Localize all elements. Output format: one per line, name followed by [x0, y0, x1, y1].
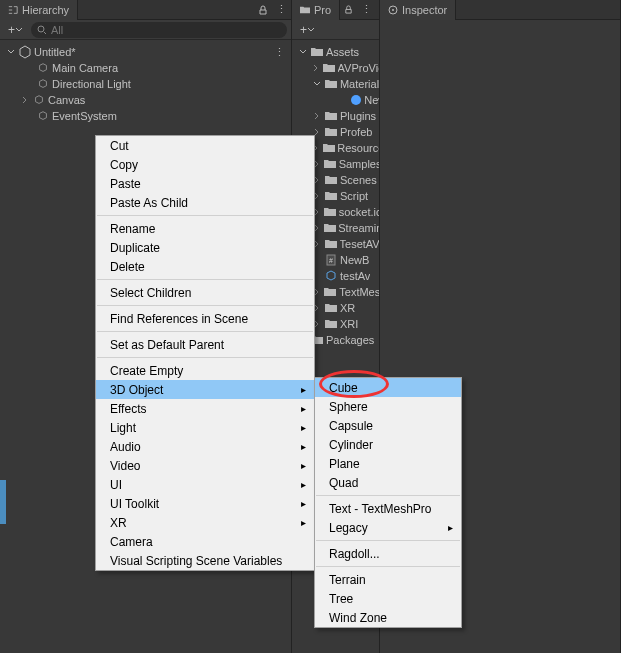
asset-label: socket.ic	[339, 206, 379, 218]
hierarchy-context-menu: CutCopyPastePaste As ChildRenameDuplicat…	[95, 135, 315, 571]
project-item[interactable]: AVProVic	[292, 60, 379, 76]
hierarchy-icon	[8, 5, 18, 15]
asset-icon	[323, 221, 336, 235]
submenu-item-cube[interactable]: Cube	[315, 378, 461, 397]
project-item[interactable]: Material	[292, 76, 379, 92]
submenu-item-text-textmeshpro[interactable]: Text - TextMeshPro	[315, 499, 461, 518]
asset-label: Profeb	[340, 126, 372, 138]
menu-item-delete[interactable]: Delete	[96, 257, 314, 276]
menu-separator	[97, 305, 313, 306]
chevron-down-icon	[307, 26, 315, 34]
hierarchy-item-label: Main Camera	[52, 62, 118, 74]
gameobject-icon	[36, 109, 50, 123]
asset-icon	[323, 61, 336, 75]
asset-label: Resource	[337, 142, 379, 154]
menu-item-audio[interactable]: Audio▸	[96, 437, 314, 456]
menu-item-paste-as-child[interactable]: Paste As Child	[96, 193, 314, 212]
hierarchy-tab-label: Hierarchy	[22, 4, 69, 16]
inspector-tab[interactable]: Inspector	[380, 0, 456, 20]
project-item[interactable]: Plugins	[292, 108, 379, 124]
menu-item-set-as-default-parent[interactable]: Set as Default Parent	[96, 335, 314, 354]
asset-icon	[324, 269, 338, 283]
project-lock-icon[interactable]	[340, 5, 357, 14]
assets-root[interactable]: Assets	[292, 44, 379, 60]
expand-icon[interactable]	[312, 79, 322, 89]
submenu-item-quad[interactable]: Quad	[315, 473, 461, 492]
submenu-item-wind-zone[interactable]: Wind Zone	[315, 608, 461, 627]
gameobject-icon	[36, 77, 50, 91]
svg-text:#: #	[329, 257, 333, 264]
asset-icon	[324, 189, 338, 203]
asset-label: Samples	[339, 158, 379, 170]
hierarchy-item[interactable]: EventSystem	[0, 108, 291, 124]
menu-item-3d-object[interactable]: 3D Object▸	[96, 380, 314, 399]
asset-label: NewB	[340, 254, 369, 266]
inspector-tab-row: Inspector	[380, 0, 620, 20]
scene-label: Untitled*	[34, 46, 76, 58]
expand-icon[interactable]	[312, 111, 322, 121]
expand-icon[interactable]	[312, 63, 321, 73]
hierarchy-lock-icon[interactable]	[254, 5, 272, 15]
project-menu-icon[interactable]: ⋮	[357, 3, 376, 16]
asset-icon: #	[324, 253, 338, 267]
submenu-item-capsule[interactable]: Capsule	[315, 416, 461, 435]
menu-separator	[97, 357, 313, 358]
asset-label: TesetAV	[340, 238, 379, 250]
selection-edge	[0, 480, 6, 524]
menu-item-select-children[interactable]: Select Children	[96, 283, 314, 302]
svg-point-5	[392, 9, 394, 11]
expand-icon[interactable]	[344, 95, 348, 105]
hierarchy-item[interactable]: Directional Light	[0, 76, 291, 92]
asset-label: Plugins	[340, 110, 376, 122]
scene-more-icon[interactable]: ⋮	[274, 46, 291, 59]
hierarchy-tab[interactable]: Hierarchy	[0, 0, 78, 20]
hierarchy-item[interactable]: Main Camera	[0, 60, 291, 76]
menu-item-ui[interactable]: UI▸	[96, 475, 314, 494]
asset-icon	[324, 173, 338, 187]
asset-label: Streamin	[338, 222, 379, 234]
asset-icon	[324, 285, 338, 299]
create-dropdown[interactable]: +	[4, 23, 27, 37]
packages-label: Packages	[326, 334, 374, 346]
hierarchy-search[interactable]	[31, 22, 287, 38]
scene-row[interactable]: Untitled* ⋮	[0, 44, 291, 60]
menu-item-ui-toolkit[interactable]: UI Toolkit▸	[96, 494, 314, 513]
menu-item-xr[interactable]: XR▸	[96, 513, 314, 532]
chevron-right-icon[interactable]	[20, 95, 30, 105]
menu-item-video[interactable]: Video▸	[96, 456, 314, 475]
menu-separator	[316, 495, 460, 496]
hierarchy-menu-icon[interactable]: ⋮	[272, 3, 291, 16]
menu-item-create-empty[interactable]: Create Empty	[96, 361, 314, 380]
project-item[interactable]: New M	[292, 92, 379, 108]
submenu-item-ragdoll-[interactable]: Ragdoll...	[315, 544, 461, 563]
submenu-item-cylinder[interactable]: Cylinder	[315, 435, 461, 454]
project-tab-label: Pro	[314, 4, 331, 16]
hierarchy-item[interactable]: Canvas	[0, 92, 291, 108]
menu-item-cut[interactable]: Cut	[96, 136, 314, 155]
submenu-item-legacy[interactable]: Legacy▸	[315, 518, 461, 537]
menu-item-camera[interactable]: Camera	[96, 532, 314, 551]
chevron-right-icon: ▸	[301, 460, 306, 471]
asset-icon	[324, 125, 338, 139]
submenu-item-sphere[interactable]: Sphere	[315, 397, 461, 416]
menu-item-copy[interactable]: Copy	[96, 155, 314, 174]
asset-icon	[324, 109, 338, 123]
menu-item-light[interactable]: Light▸	[96, 418, 314, 437]
menu-item-find-references-in-scene[interactable]: Find References in Scene	[96, 309, 314, 328]
menu-item-duplicate[interactable]: Duplicate	[96, 238, 314, 257]
hierarchy-search-input[interactable]	[51, 24, 281, 36]
chevron-down-icon[interactable]	[6, 47, 16, 57]
submenu-item-tree[interactable]: Tree	[315, 589, 461, 608]
asset-label: TextMes	[339, 286, 379, 298]
menu-item-rename[interactable]: Rename	[96, 219, 314, 238]
hierarchy-tree: Untitled* ⋮ Main Camera Directional Ligh…	[0, 40, 291, 128]
chevron-down-icon[interactable]	[298, 47, 308, 57]
project-tab[interactable]: Pro	[292, 0, 340, 20]
menu-item-visual-scripting-scene-variables[interactable]: Visual Scripting Scene Variables	[96, 551, 314, 570]
submenu-item-terrain[interactable]: Terrain	[315, 570, 461, 589]
submenu-item-plane[interactable]: Plane	[315, 454, 461, 473]
menu-item-effects[interactable]: Effects▸	[96, 399, 314, 418]
3d-object-submenu: CubeSphereCapsuleCylinderPlaneQuadText -…	[314, 377, 462, 628]
project-create-dropdown[interactable]: +	[296, 23, 319, 37]
menu-item-paste[interactable]: Paste	[96, 174, 314, 193]
